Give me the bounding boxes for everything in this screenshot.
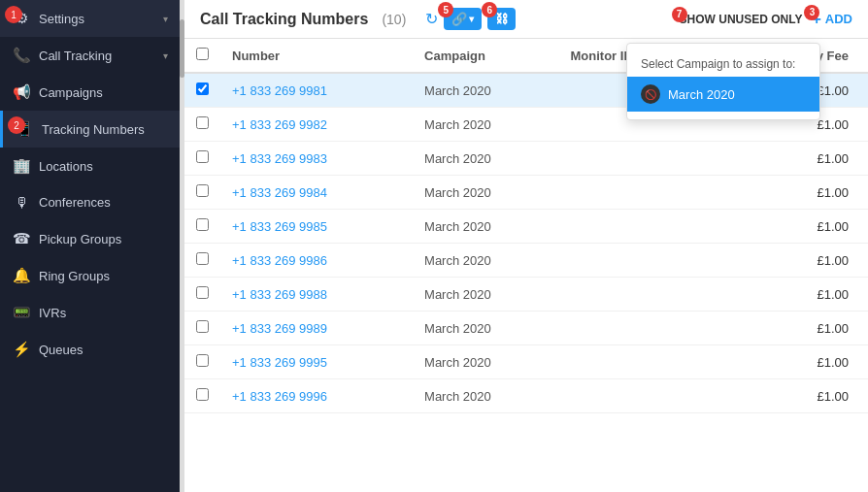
row-checkbox[interactable]	[196, 82, 209, 95]
assign-campaign-button[interactable]: 5 🔗 ▾	[444, 8, 482, 30]
settings-badge: 1	[5, 6, 22, 23]
row-checkbox-cell	[184, 345, 220, 379]
row-checkbox-cell	[184, 379, 220, 413]
row-checkbox[interactable]	[196, 150, 209, 163]
row-monitor-id	[559, 176, 698, 210]
row-checkbox-cell	[184, 142, 220, 176]
locations-icon: 🏢	[12, 157, 31, 175]
dropdown-item-march2020[interactable]: 🚫 March 2020	[627, 77, 819, 112]
ring-groups-icon: 🔔	[12, 267, 31, 284]
dropdown-label: Select Campaign to assign to:	[627, 51, 819, 77]
sidebar-item-call-tracking[interactable]: 📞 Call Tracking ▾	[0, 37, 180, 74]
row-checkbox-cell	[184, 108, 220, 142]
action-button-6[interactable]: 6 ⛓	[487, 8, 516, 30]
row-fee: £1.00	[698, 244, 868, 278]
row-campaign: March 2020	[413, 312, 558, 345]
row-campaign: March 2020	[413, 176, 558, 210]
show-unused-button[interactable]: 7 SHOW UNUSED ONLY	[680, 13, 803, 26]
row-campaign: March 2020	[413, 379, 558, 413]
row-number[interactable]: +1 833 269 9985	[220, 210, 413, 244]
col-number: Number	[220, 39, 413, 73]
row-checkbox-cell	[184, 176, 220, 210]
row-number[interactable]: +1 833 269 9983	[220, 142, 413, 176]
col-checkbox	[184, 39, 220, 73]
row-monitor-id	[559, 142, 698, 176]
sidebar-item-label: Locations	[39, 159, 168, 174]
add-badge: 3	[804, 5, 819, 20]
row-checkbox[interactable]	[196, 388, 209, 401]
sidebar-item-conferences[interactable]: 🎙 Conferences	[0, 184, 180, 220]
row-number[interactable]: +1 833 269 9989	[220, 312, 413, 345]
row-monitor-id	[559, 345, 698, 379]
sidebar-item-label: Pickup Groups	[39, 232, 168, 246]
sidebar-item-label: Conferences	[39, 195, 168, 210]
add-label: ADD	[825, 12, 852, 26]
refresh-button[interactable]: ↻	[425, 10, 438, 28]
ivrs-icon: 📟	[12, 304, 31, 321]
table-row: +1 833 269 9995 March 2020 £1.00	[184, 345, 868, 379]
row-monitor-id	[559, 379, 698, 413]
row-number[interactable]: +1 833 269 9986	[220, 244, 413, 278]
row-campaign: March 2020	[413, 73, 558, 108]
sidebar-item-campaigns[interactable]: 📢 Campaigns	[0, 74, 180, 111]
row-fee: £1.00	[698, 312, 868, 345]
row-checkbox[interactable]	[196, 354, 209, 367]
sidebar-item-locations[interactable]: 🏢 Locations	[0, 148, 180, 184]
sidebar: 1 ⚙ Settings ▾ 📞 Call Tracking ▾ 📢 Campa…	[0, 0, 180, 492]
scroll-indicator	[180, 0, 184, 492]
sidebar-item-label: Campaigns	[39, 85, 168, 100]
row-checkbox[interactable]	[196, 320, 209, 333]
queues-icon: ⚡	[12, 341, 31, 358]
link-icon: 🔗	[451, 12, 467, 26]
row-checkbox[interactable]	[196, 252, 209, 265]
table-row: +1 833 269 9984 March 2020 £1.00	[184, 176, 868, 210]
sidebar-item-queues[interactable]: ⚡ Queues	[0, 331, 180, 368]
row-checkbox-cell	[184, 312, 220, 345]
sidebar-item-settings[interactable]: 1 ⚙ Settings ▾	[0, 0, 180, 37]
campaigns-icon: 📢	[12, 83, 31, 101]
select-all-checkbox[interactable]	[196, 48, 209, 60]
main-content: Call Tracking Numbers (10) ↻ 5 🔗 ▾ 6 ⛓ 7…	[184, 0, 868, 492]
row-number[interactable]: +1 833 269 9995	[220, 345, 413, 379]
add-button[interactable]: 3 + ADD	[812, 11, 852, 28]
row-monitor-id	[559, 278, 698, 312]
row-fee: £1.00	[698, 345, 868, 379]
chevron-down-icon: ▾	[163, 14, 168, 24]
row-checkbox[interactable]	[196, 218, 209, 231]
sidebar-item-label: Settings	[39, 12, 155, 26]
sidebar-item-label: Queues	[39, 343, 168, 357]
row-fee: £1.00	[698, 210, 868, 244]
chevron-down-icon: ▾	[163, 50, 168, 61]
row-number[interactable]: +1 833 269 9981	[220, 73, 413, 108]
sidebar-item-tracking-numbers[interactable]: 2 📱 Tracking Numbers	[0, 111, 180, 148]
campaign-dropdown: Select Campaign to assign to: 🚫 March 20…	[626, 43, 820, 120]
row-number[interactable]: +1 833 269 9988	[220, 278, 413, 312]
table-row: +1 833 269 9988 March 2020 £1.00	[184, 278, 868, 312]
call-tracking-icon: 📞	[12, 47, 31, 64]
sidebar-item-ivrs[interactable]: 📟 IVRs	[0, 294, 180, 331]
row-number[interactable]: +1 833 269 9984	[220, 176, 413, 210]
row-checkbox[interactable]	[196, 286, 209, 299]
row-checkbox[interactable]	[196, 116, 209, 129]
row-checkbox[interactable]	[196, 184, 209, 197]
row-number[interactable]: +1 833 269 9982	[220, 108, 413, 142]
row-campaign: March 2020	[413, 278, 558, 312]
row-campaign: March 2020	[413, 244, 558, 278]
table-row: +1 833 269 9983 March 2020 £1.00	[184, 142, 868, 176]
table-row: +1 833 269 9996 March 2020 £1.00	[184, 379, 868, 413]
sidebar-item-label: Tracking Numbers	[42, 122, 168, 137]
row-campaign: March 2020	[413, 345, 558, 379]
table-body: +1 833 269 9981 March 2020 £1.00 +1 833 …	[184, 73, 868, 413]
sidebar-item-ring-groups[interactable]: 🔔 Ring Groups	[0, 257, 180, 294]
sidebar-item-pickup-groups[interactable]: ☎ Pickup Groups	[0, 220, 180, 257]
table-row: +1 833 269 9989 March 2020 £1.00	[184, 312, 868, 345]
row-number[interactable]: +1 833 269 9996	[220, 379, 413, 413]
show-unused-label: SHOW UNUSED ONLY	[680, 13, 803, 26]
tracking-numbers-badge: 2	[8, 116, 25, 134]
row-checkbox-cell	[184, 210, 220, 244]
row-checkbox-cell	[184, 244, 220, 278]
table-row: +1 833 269 9986 March 2020 £1.00	[184, 244, 868, 278]
row-fee: £1.00	[698, 379, 868, 413]
sidebar-item-label: IVRs	[39, 306, 168, 320]
row-monitor-id	[559, 312, 698, 345]
